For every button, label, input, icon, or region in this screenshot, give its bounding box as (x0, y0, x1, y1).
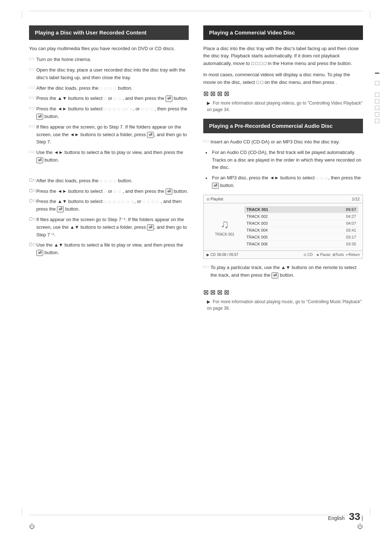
note-symbols-video: ⊠⊠⊠⊠ (203, 90, 363, 98)
step-item: If files appear on the screen, go to Ste… (29, 123, 189, 146)
step-item-alt: □̈ □ Press the ◄► buttons to select □ or… (29, 188, 189, 195)
track-time: 09:57 (346, 207, 356, 212)
track-row: TRACK 002 04:27 (244, 213, 358, 220)
left-margin-bottom (22, 508, 22, 515)
cd-track-count: 1/12 (352, 197, 360, 201)
page-language: English (328, 515, 345, 521)
left-section-header: Playing a Disc with User Recorded Conten… (29, 25, 189, 40)
step-item: Open the disc tray, place a user recorde… (29, 66, 189, 82)
left-margin-top (22, 11, 22, 18)
note-text-content: For more information about playing video… (207, 101, 363, 112)
right-margin-top (370, 11, 370, 18)
step-item: Press the ◄► buttons to select □ □ □ □ □… (29, 105, 189, 121)
sidebar-rect-5 (375, 112, 379, 117)
audio-step-item-dot: For an Audio CD (CD-DA), the first track… (203, 149, 363, 171)
right-column: Playing a Commercial Video Disc Place a … (203, 25, 363, 312)
bottom-border-line (29, 515, 363, 515)
right-section-header-video: Playing a Commercial Video Disc (203, 25, 363, 40)
right-margin-bottom (370, 508, 370, 515)
track-row: TRACK 001 09:57 (244, 206, 358, 213)
video-body-1: Place a disc into the disc tray with the… (203, 45, 363, 68)
step-item: Turn on the home cinema. (29, 56, 189, 64)
note-text-audio: ▶ For more information about playing mus… (203, 298, 363, 312)
page-number: 33 (349, 511, 360, 522)
track-time: 03:17 (346, 235, 356, 239)
step-item-alt: □̈ □ Press the ▲▼ buttons to select □ □ … (29, 198, 189, 213)
step-item-alt: □̈ □ After the disc loads, press the □ □… (29, 177, 189, 185)
cd-player-ui: ⊙ Playlist 1/12 ♫ TRACK 001 TRACK 001 09… (203, 195, 363, 259)
note-symbols-audio: ⊠⊠⊠⊠ (203, 288, 363, 296)
cd-footer-buttons: ◄ Pause ⊞Tools ↩Return (315, 253, 360, 257)
note-text-video: ▶ For more information about playing vid… (203, 100, 363, 113)
sidebar-line (375, 73, 379, 74)
step-item: Use the ◄► buttons to select a file to p… (29, 149, 189, 164)
sidebar-rect-6 (375, 119, 379, 123)
sidebar-rect-4 (375, 106, 379, 110)
steps-list-2: □̈ □ After the disc loads, press the □ □… (29, 177, 189, 257)
track-time: 03:41 (346, 228, 356, 232)
blank-spacer: □ (29, 167, 189, 174)
video-body-2: In most cases, commercial videos will di… (203, 71, 363, 86)
left-column: Playing a Disc with User Recorded Conten… (29, 25, 189, 312)
steps-list-1: Turn on the home cinema. Open the disc t… (29, 56, 189, 164)
step-item: After the disc loads, press the □ □ □ □ … (29, 85, 189, 92)
bottom-icon-left: ⏻ (29, 523, 35, 530)
right-section-title-audio: Playing a Pre-Recorded Commercial Audio … (209, 123, 332, 129)
cd-footer-playback: ▶ CD 00:08 / 05:57 (207, 253, 238, 257)
music-note-icon: ♫ (220, 217, 229, 231)
left-intro: You can play multimedia files you have r… (29, 45, 189, 53)
cd-play-icon: ▶ CD (207, 253, 216, 257)
track-name: TRACK 003 (246, 221, 346, 225)
track-time: 04:07 (346, 221, 356, 225)
note-arrow-icon-2: ▶ (207, 298, 210, 305)
cd-selected-track-label: TRACK 001 (215, 232, 234, 236)
cd-player-left-panel: ♫ TRACK 001 (207, 206, 243, 248)
bottom-icon-right: ⏻ (357, 523, 363, 530)
cd-player-header: ⊙ Playlist 1/12 (204, 195, 363, 203)
track-time: 04:27 (346, 214, 356, 219)
track-row: TRACK 003 04:07 (244, 220, 358, 227)
audio-step-item-dot2: For an MP3 disc, press the ◄► buttons to… (203, 174, 363, 190)
cd-footer-controls: ⊙ CD ◄ Pause ⊞Tools ↩Return (303, 253, 360, 257)
audio-step-item: Insert an Audio CD (CD-DA) or an MP3 Dis… (203, 138, 363, 146)
note-text-content-2: For more information about playing music… (207, 299, 362, 311)
cd-footer-cd-label: ⊙ CD (303, 253, 313, 257)
track-row: TRACK 006 03:35 (244, 241, 358, 248)
step-item-alt: □̈ □ Use the ▲▼ buttons to select a file… (29, 241, 189, 257)
right-section-title-video: Playing a Commercial Video Disc (209, 29, 295, 36)
sidebar-rect-3 (375, 99, 379, 103)
step-item-alt: □̈ □ If files appear on the screen go to… (29, 216, 189, 239)
cd-playlist-label: ⊙ Playlist (207, 197, 223, 201)
main-content: Playing a Disc with User Recorded Conten… (29, 25, 363, 312)
step-item: Press the ▲▼ buttons to select □ or □ □ … (29, 95, 189, 102)
right-section-header-audio: Playing a Pre-Recorded Commercial Audio … (203, 119, 363, 133)
sidebar-rect-1 (375, 81, 379, 85)
footer-step-item: To play a particular track, use the ▲▼ b… (203, 264, 363, 279)
cd-player-footer: ▶ CD 00:08 / 05:57 ⊙ CD ◄ Pause ⊞Tools ↩… (204, 251, 363, 259)
track-name: TRACK 005 (246, 235, 346, 239)
track-time: 03:35 (346, 242, 356, 246)
note-arrow-icon: ▶ (207, 100, 210, 106)
top-border-line (29, 11, 363, 11)
cd-time-display: 00:08 / 05:57 (217, 253, 238, 257)
sidebar-rect-2 (375, 93, 379, 97)
left-section-title: Playing a Disc with User Recorded Conten… (35, 29, 147, 36)
track-row: TRACK 005 03:17 (244, 234, 358, 241)
page-footer: English 33 | (328, 511, 363, 522)
cd-track-list: TRACK 001 09:57 TRACK 002 04:27 TRACK 00… (243, 206, 360, 248)
track-row: TRACK 004 03:41 (244, 227, 358, 234)
track-name: TRACK 001 (246, 207, 346, 212)
audio-steps-list: Insert an Audio CD (CD-DA) or an MP3 Dis… (203, 138, 363, 190)
footer-steps-list: To play a particular track, use the ▲▼ b… (203, 264, 363, 279)
cd-player-body: ♫ TRACK 001 TRACK 001 09:57 TRACK 002 04… (204, 203, 363, 251)
track-name: TRACK 004 (246, 228, 346, 232)
track-name: TRACK 006 (246, 242, 346, 246)
track-name: TRACK 002 (246, 214, 346, 219)
right-sidebar-decoration (375, 73, 379, 123)
